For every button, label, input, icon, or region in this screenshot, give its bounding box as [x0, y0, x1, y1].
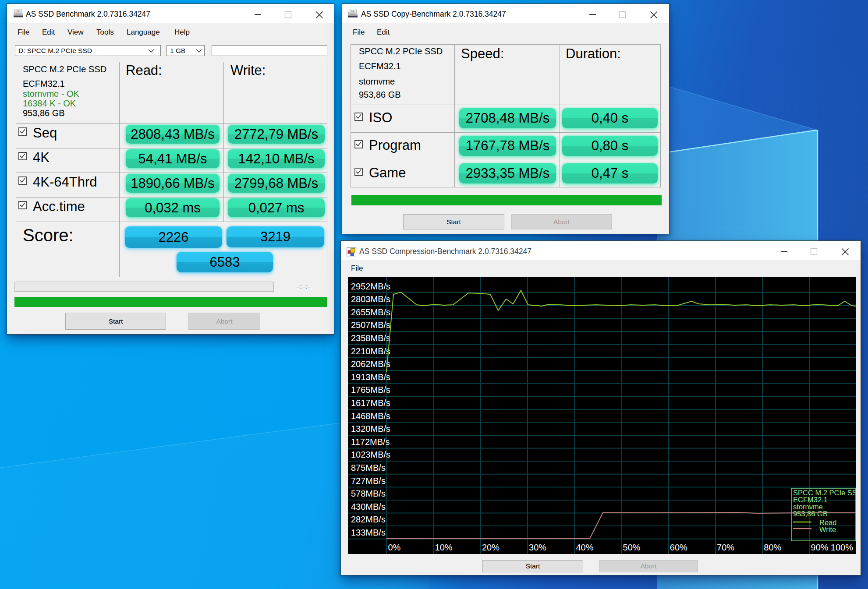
- svg-text:1172MB/s: 1172MB/s: [351, 437, 390, 447]
- svg-text:1765MB/s: 1765MB/s: [351, 385, 390, 395]
- svg-text:60%: 60%: [670, 543, 687, 552]
- svg-text:727MB/s: 727MB/s: [351, 476, 386, 486]
- svg-text:1617MB/s: 1617MB/s: [351, 398, 390, 408]
- svg-text:133MB/s: 133MB/s: [351, 528, 386, 537]
- svg-text:2952MB/s: 2952MB/s: [351, 282, 390, 291]
- svg-text:953,86 GB: 953,86 GB: [793, 510, 828, 518]
- svg-text:2655MB/s: 2655MB/s: [351, 307, 390, 317]
- svg-text:1468MB/s: 1468MB/s: [351, 411, 390, 421]
- svg-text:1023MB/s: 1023MB/s: [351, 450, 390, 459]
- svg-text:Write: Write: [819, 526, 836, 533]
- svg-text:578MB/s: 578MB/s: [351, 489, 386, 498]
- svg-text:70%: 70%: [717, 543, 734, 552]
- svg-text:2210MB/s: 2210MB/s: [351, 346, 390, 356]
- svg-text:1913MB/s: 1913MB/s: [351, 372, 390, 382]
- svg-text:50%: 50%: [623, 543, 641, 552]
- svg-text:875MB/s: 875MB/s: [351, 463, 386, 473]
- svg-text:80%: 80%: [764, 543, 781, 552]
- svg-text:90%: 90%: [811, 543, 829, 552]
- svg-text:30%: 30%: [529, 543, 546, 552]
- svg-text:100%: 100%: [831, 543, 853, 552]
- svg-text:430MB/s: 430MB/s: [351, 502, 386, 511]
- svg-text:40%: 40%: [576, 543, 593, 552]
- svg-text:2358MB/s: 2358MB/s: [351, 333, 390, 343]
- svg-text:SSD: SSD: [16, 12, 21, 15]
- svg-text:2803MB/s: 2803MB/s: [351, 294, 390, 304]
- svg-text:2507MB/s: 2507MB/s: [351, 320, 390, 330]
- svg-text:282MB/s: 282MB/s: [351, 515, 386, 524]
- svg-text:1320MB/s: 1320MB/s: [351, 424, 390, 434]
- svg-text:2062MB/s: 2062MB/s: [351, 359, 390, 369]
- svg-text:0%: 0%: [388, 543, 400, 552]
- svg-text:10%: 10%: [435, 543, 453, 552]
- svg-text:SSD: SSD: [350, 12, 355, 15]
- svg-text:20%: 20%: [482, 543, 500, 552]
